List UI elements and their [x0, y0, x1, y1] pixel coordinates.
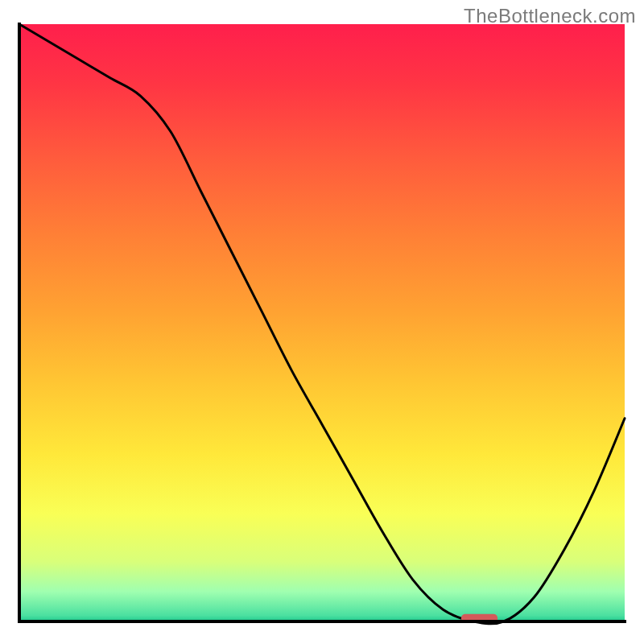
- bottleneck-chart: [0, 0, 644, 644]
- chart-frame: TheBottleneck.com: [0, 0, 644, 644]
- gradient-bg: [19, 24, 625, 621]
- watermark-text: TheBottleneck.com: [464, 5, 636, 27]
- plot-area: [19, 24, 625, 624]
